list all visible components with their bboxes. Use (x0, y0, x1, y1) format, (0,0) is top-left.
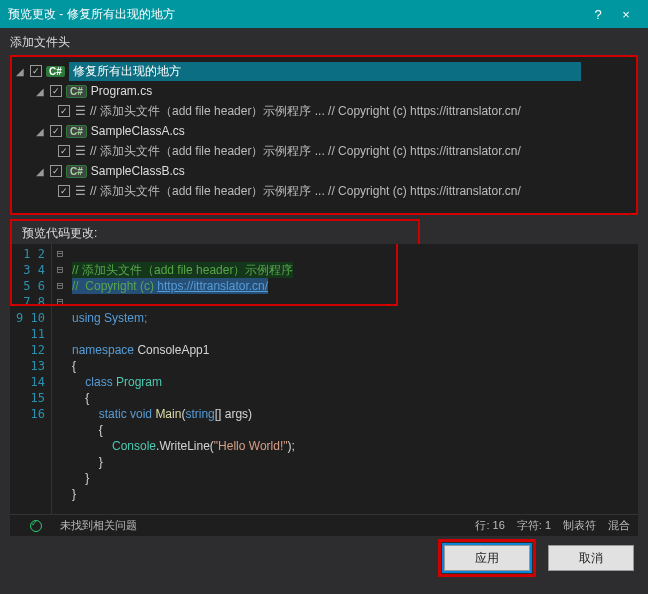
status-char: 字符: 1 (517, 518, 551, 533)
titlebar: 预览更改 - 修复所有出现的地方 ? × (0, 0, 648, 28)
tree-detail-row[interactable]: ☰ // 添加头文件（add file header）示例程序 ... // C… (14, 181, 634, 201)
code-line: // Copyright (c) (72, 279, 157, 293)
window-title: 预览更改 - 修复所有出现的地方 (8, 6, 584, 23)
tree-detail-row[interactable]: ☰ // 添加头文件（add file header）示例程序 ... // C… (14, 141, 634, 161)
code-line: { (72, 391, 89, 405)
line-gutter: 1 2 3 4 5 6 7 8 9 10 11 12 13 14 15 16 (10, 244, 52, 514)
tree-file[interactable]: ◢ C# Program.cs (14, 81, 634, 101)
caret-icon[interactable]: ◢ (34, 166, 46, 177)
checkbox[interactable] (50, 125, 62, 137)
checkbox[interactable] (30, 65, 42, 77)
file-name: SampleClassB.cs (91, 164, 185, 178)
file-name: Program.cs (91, 84, 152, 98)
cancel-button[interactable]: 取消 (548, 545, 634, 571)
code-token: Console (72, 439, 156, 453)
cs-badge: C# (46, 66, 65, 77)
close-button[interactable]: × (612, 7, 640, 22)
code-token: string (185, 407, 214, 421)
ok-icon (30, 520, 42, 532)
code-token: Main (155, 407, 181, 421)
tree-file[interactable]: ◢ C# SampleClassA.cs (14, 121, 634, 141)
code-line: { (72, 359, 76, 373)
caret-icon[interactable]: ◢ (14, 66, 26, 77)
status-line: 行: 16 (475, 518, 504, 533)
detail-icon: ☰ (74, 144, 86, 158)
code-area[interactable]: // 添加头文件（add file header）示例程序 // Copyrig… (68, 244, 638, 514)
code-line: } (72, 471, 89, 485)
checkbox[interactable] (58, 185, 70, 197)
cs-badge: C# (66, 85, 87, 98)
code-link[interactable]: https://ittranslator.cn/ (157, 279, 268, 293)
tree-root[interactable]: ◢ C# 修复所有出现的地方 (14, 61, 634, 81)
checkbox[interactable] (58, 105, 70, 117)
caret-icon[interactable]: ◢ (34, 126, 46, 137)
root-label: 修复所有出现的地方 (69, 62, 581, 81)
tree-file[interactable]: ◢ C# SampleClassB.cs (14, 161, 634, 181)
apply-button[interactable]: 应用 (444, 545, 530, 571)
help-button[interactable]: ? (584, 7, 612, 22)
code-line: } (72, 487, 76, 501)
code-line: } (72, 455, 103, 469)
code-preview: 1 2 3 4 5 6 7 8 9 10 11 12 13 14 15 16 ⊟… (10, 244, 638, 514)
checkbox[interactable] (50, 85, 62, 97)
checkbox[interactable] (58, 145, 70, 157)
code-token: namespace (72, 343, 137, 357)
detail-icon: ☰ (74, 104, 86, 118)
tree-detail-row[interactable]: ☰ // 添加头文件（add file header）示例程序 ... // C… (14, 101, 634, 121)
code-line: // 添加头文件（add file header）示例程序 (72, 262, 293, 278)
apply-highlight: 应用 (438, 539, 536, 577)
add-header-label: 添加文件头 (0, 28, 648, 55)
detail-text: // 添加头文件（add file header）示例程序 ... // Cop… (90, 103, 521, 120)
code-token: "Hello World!" (214, 439, 288, 453)
detail-icon: ☰ (74, 184, 86, 198)
code-token: Program (116, 375, 162, 389)
checkbox[interactable] (50, 165, 62, 177)
code-token: .WriteLine( (156, 439, 214, 453)
status-no-issues: 未找到相关问题 (60, 518, 137, 533)
fold-column[interactable]: ⊟ ⊟ ⊟ ⊟ (52, 244, 68, 514)
status-bar: 未找到相关问题 行: 16 字符: 1 制表符 混合 (10, 514, 638, 536)
cs-badge: C# (66, 165, 87, 178)
fix-tree: ◢ C# 修复所有出现的地方 ◢ C# Program.cs ☰ // 添加头文… (10, 55, 638, 215)
detail-text: // 添加头文件（add file header）示例程序 ... // Cop… (90, 183, 521, 200)
button-bar: 应用 取消 (0, 536, 648, 580)
code-line: using System; (72, 311, 147, 325)
preview-code-label: 预览代码更改: (10, 219, 420, 244)
code-token: ); (288, 439, 295, 453)
cs-badge: C# (66, 125, 87, 138)
code-token: static void (72, 407, 155, 421)
caret-icon[interactable]: ◢ (34, 86, 46, 97)
file-name: SampleClassA.cs (91, 124, 185, 138)
status-mode: 混合 (608, 518, 630, 533)
detail-text: // 添加头文件（add file header）示例程序 ... // Cop… (90, 143, 521, 160)
status-tab: 制表符 (563, 518, 596, 533)
code-line: { (72, 423, 103, 437)
code-token: class (72, 375, 116, 389)
code-token: [] args) (215, 407, 252, 421)
code-token: ConsoleApp1 (137, 343, 209, 357)
